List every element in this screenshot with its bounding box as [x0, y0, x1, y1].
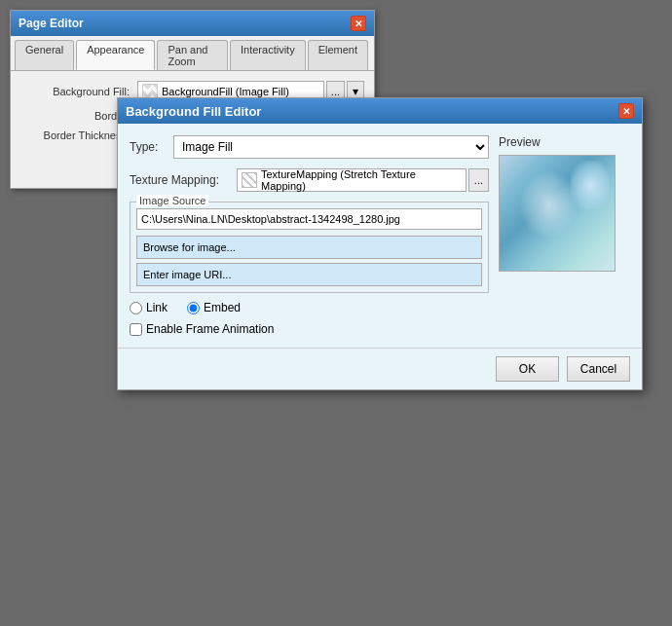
bg-fill-dialog-close-button[interactable]: ✕ [618, 103, 634, 119]
texture-mapping-row: Texture Mapping: TextureMapping (Stretch… [130, 168, 489, 192]
texture-mapping-label: Texture Mapping: [130, 173, 237, 187]
background-fill-label: Background Fill: [20, 86, 137, 97]
texture-display: TextureMapping (Stretch Texture Mapping) [237, 168, 467, 192]
embed-radio-label: Embed [204, 301, 241, 314]
page-editor-close-button[interactable]: ✕ [351, 16, 366, 31]
link-radio-option[interactable]: Link [130, 301, 168, 314]
preview-box [499, 155, 616, 272]
bg-fill-dialog-titlebar: Background Fill Editor ✕ [118, 98, 642, 124]
tab-interactivity[interactable]: Interactivity [230, 40, 306, 70]
page-editor-tabs-bar: General Appearance Pan and Zoom Interact… [11, 36, 374, 71]
enter-image-uri-button[interactable]: Enter image URI... [136, 263, 482, 286]
dialog-footer: OK Cancel [118, 348, 642, 389]
browse-for-image-button[interactable]: Browse for image... [136, 236, 482, 259]
image-source-legend: Image Source [136, 195, 208, 206]
image-source-group: Image Source Browse for image... Enter i… [130, 202, 489, 293]
preview-image [500, 156, 615, 271]
tab-appearance[interactable]: Appearance [76, 40, 155, 70]
embed-radio-input[interactable] [187, 302, 200, 314]
type-row: Type: Image Fill Solid Fill Gradient Fil… [130, 135, 489, 159]
texture-dots-button[interactable]: ... [468, 168, 489, 192]
tab-pan-zoom[interactable]: Pan and Zoom [157, 40, 228, 70]
ok-button[interactable]: OK [496, 356, 559, 382]
dialog-content: Type: Image Fill Solid Fill Gradient Fil… [118, 124, 642, 348]
enable-frame-animation-checkbox[interactable] [130, 323, 142, 336]
chevron-down-icon: ▾ [353, 85, 358, 98]
link-embed-radio-group: Link Embed [130, 301, 489, 314]
enable-frame-animation-label: Enable Frame Animation [146, 322, 274, 336]
type-label: Type: [130, 140, 173, 154]
cancel-button[interactable]: Cancel [567, 356, 630, 382]
embed-radio-option[interactable]: Embed [187, 301, 241, 314]
link-radio-input[interactable] [130, 302, 142, 314]
dialog-right-panel: Preview [499, 135, 630, 336]
texture-icon [242, 172, 257, 188]
type-select[interactable]: Image Fill Solid Fill Gradient Fill None [173, 135, 489, 159]
image-path-input[interactable] [136, 208, 482, 230]
texture-value: TextureMapping (Stretch Texture Mapping) [261, 168, 462, 192]
bg-fill-dialog-title: Background Fill Editor [126, 104, 261, 119]
tab-element[interactable]: Element [308, 40, 368, 70]
page-editor-title: Page Editor [19, 17, 84, 30]
link-radio-label: Link [146, 301, 168, 314]
tab-general[interactable]: General [15, 40, 74, 70]
enable-frame-animation-checkbox-row[interactable]: Enable Frame Animation [130, 322, 489, 336]
fill-value: BackgroundFill (Image Fill) [162, 86, 289, 97]
page-editor-titlebar: Page Editor ✕ [11, 11, 374, 36]
bg-fill-dialog: Background Fill Editor ✕ Type: Image Fil… [117, 97, 643, 390]
preview-label: Preview [499, 135, 630, 149]
dialog-left-panel: Type: Image Fill Solid Fill Gradient Fil… [130, 135, 489, 336]
